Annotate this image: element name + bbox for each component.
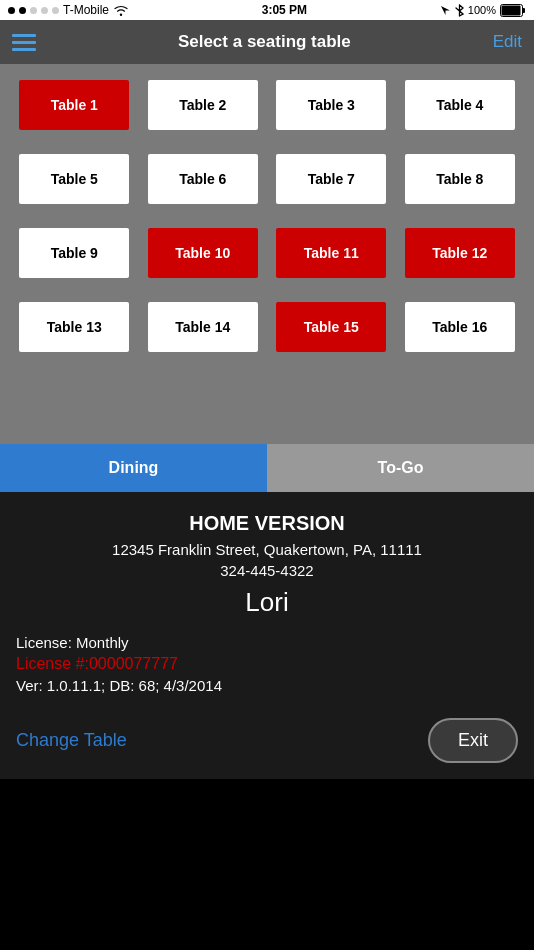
table-grid: Table 1Table 2Table 3Table 4Table 5Table… (0, 64, 534, 444)
bluetooth-icon (455, 4, 464, 17)
carrier-label: T-Mobile (63, 3, 109, 17)
address: 12345 Franklin Street, Quakertown, PA, 1… (16, 541, 518, 558)
app-version: HOME VERSION (16, 512, 518, 535)
status-right: 100% (440, 4, 526, 17)
table-button[interactable]: Table 15 (276, 302, 386, 352)
change-table-link[interactable]: Change Table (16, 730, 127, 751)
username: Lori (16, 587, 518, 618)
status-left: T-Mobile (8, 3, 129, 17)
table-button[interactable]: Table 3 (276, 80, 386, 130)
phone: 324-445-4322 (16, 562, 518, 579)
table-button[interactable]: Table 12 (405, 228, 515, 278)
bottom-row: Change Table Exit (16, 718, 518, 763)
table-button[interactable]: Table 9 (19, 228, 129, 278)
table-button[interactable]: Table 1 (19, 80, 129, 130)
hamburger-menu-button[interactable] (12, 34, 36, 51)
nav-bar: Select a seating table Edit (0, 20, 534, 64)
nav-title: Select a seating table (36, 32, 493, 52)
svg-rect-2 (501, 5, 520, 15)
info-panel: HOME VERSION 12345 Franklin Street, Quak… (0, 492, 534, 779)
tab-bar: DiningTo-Go (0, 444, 534, 492)
table-button[interactable]: Table 2 (148, 80, 258, 130)
table-row: Table 9Table 10Table 11Table 12 (10, 228, 524, 278)
table-button[interactable]: Table 8 (405, 154, 515, 204)
table-button[interactable]: Table 13 (19, 302, 129, 352)
table-row: Table 5Table 6Table 7Table 8 (10, 154, 524, 204)
table-row: Table 1Table 2Table 3Table 4 (10, 80, 524, 130)
location-icon (440, 5, 451, 16)
wifi-icon (113, 4, 129, 16)
table-button[interactable]: Table 10 (148, 228, 258, 278)
table-row: Table 13Table 14Table 15Table 16 (10, 302, 524, 352)
status-time: 3:05 PM (262, 3, 307, 17)
license-label: License: Monthly (16, 634, 518, 651)
license-number: License #:0000077777 (16, 655, 518, 673)
status-bar: T-Mobile 3:05 PM 100% (0, 0, 534, 20)
table-button[interactable]: Table 16 (405, 302, 515, 352)
table-button[interactable]: Table 14 (148, 302, 258, 352)
edit-button[interactable]: Edit (493, 32, 522, 52)
table-button[interactable]: Table 11 (276, 228, 386, 278)
tab-to-go[interactable]: To-Go (267, 444, 534, 492)
table-button[interactable]: Table 5 (19, 154, 129, 204)
battery-label: 100% (468, 4, 496, 16)
table-button[interactable]: Table 6 (148, 154, 258, 204)
tab-dining[interactable]: Dining (0, 444, 267, 492)
svg-rect-1 (522, 8, 525, 13)
exit-button[interactable]: Exit (428, 718, 518, 763)
battery-icon (500, 4, 526, 17)
table-button[interactable]: Table 4 (405, 80, 515, 130)
table-button[interactable]: Table 7 (276, 154, 386, 204)
version-string: Ver: 1.0.11.1; DB: 68; 4/3/2014 (16, 677, 518, 694)
